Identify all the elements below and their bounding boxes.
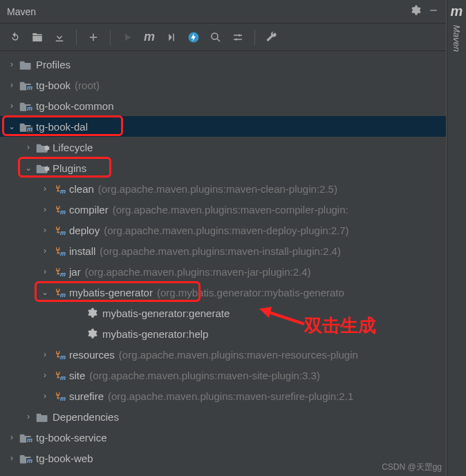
svg-marker-5 <box>259 307 272 318</box>
chevron-right-icon: › <box>6 453 18 463</box>
tree-node-plugin-clean[interactable]: › m clean (org.apache.maven.plugins:mave… <box>0 178 446 199</box>
chevron-right-icon: › <box>39 225 51 235</box>
tree-node-lifecycle[interactable]: › Lifecycle <box>0 137 446 158</box>
tree-node-profiles[interactable]: › Profiles <box>0 54 446 75</box>
tree-node-plugin-site[interactable]: › m site (org.apache.maven.plugins:maven… <box>0 365 446 385</box>
chevron-right-icon: › <box>39 370 51 380</box>
chevron-right-icon: › <box>22 412 35 421</box>
tree-node-plugin-resources[interactable]: › m resources (org.apache.maven.plugins:… <box>0 344 446 365</box>
chevron-right-icon: › <box>39 350 51 359</box>
reload-icon[interactable] <box>6 28 25 47</box>
toggle-skip-icon[interactable] <box>162 28 181 47</box>
panel-title-bar: Maven <box>0 0 446 23</box>
chevron-down-icon: ⌄ <box>6 122 18 131</box>
chevron-down-icon: ⌄ <box>22 163 35 173</box>
chevron-right-icon: › <box>22 142 35 152</box>
tree-node-plugins[interactable]: ⌄ Plugins <box>0 158 446 178</box>
add-project-icon[interactable] <box>84 28 103 47</box>
expand-collapse-icon[interactable] <box>228 28 248 47</box>
tree-node-dependencies[interactable]: › Dependencies <box>0 406 446 427</box>
maven-m-icon: m <box>451 3 463 19</box>
tree-node-tg-book-web[interactable]: › m tg-book-web <box>0 448 446 468</box>
chevron-right-icon: › <box>6 59 18 69</box>
tree-node-tg-book[interactable]: › m tg-book (root) <box>0 75 446 95</box>
tree-node-plugin-jar[interactable]: › m jar (org.apache.maven.plugins:maven-… <box>0 261 446 282</box>
svg-line-4 <box>265 311 304 324</box>
annotation-arrow-icon <box>259 307 308 327</box>
generate-sources-icon[interactable] <box>28 28 47 47</box>
chevron-right-icon: › <box>39 391 51 401</box>
chevron-right-icon: › <box>6 432 18 442</box>
chevron-down-icon: ⌄ <box>39 287 51 297</box>
chevron-right-icon: › <box>39 246 51 256</box>
tree-goal-help[interactable]: › mybatis-generator:help <box>0 323 446 344</box>
offline-mode-icon[interactable] <box>184 28 203 47</box>
tree-node-tg-book-service[interactable]: › m tg-book-service <box>0 427 446 448</box>
chevron-right-icon: › <box>6 80 18 90</box>
tree-node-plugin-install[interactable]: › m install (org.apache.maven.plugins:ma… <box>0 240 446 261</box>
maven-tree: › Profiles › m tg-book (root) › m tg-boo… <box>0 51 446 476</box>
tree-node-plugin-mybatis-generator[interactable]: ⌄ m mybatis-generator (org.mybatis.gener… <box>0 282 446 303</box>
run-icon[interactable] <box>118 28 137 47</box>
chevron-right-icon: › <box>39 267 51 276</box>
toolbar: m <box>0 23 446 51</box>
panel-title: Maven <box>7 6 36 17</box>
tree-node-plugin-deploy[interactable]: › m deploy (org.apache.maven.plugins:mav… <box>0 220 446 240</box>
tree-goal-generate[interactable]: › mybatis-generator:generate <box>0 303 446 323</box>
tree-node-plugin-compiler[interactable]: › m compiler (org.apache.maven.plugins:m… <box>0 199 446 220</box>
tree-node-tg-book-dal[interactable]: ⌄ m tg-book-dal <box>0 116 446 137</box>
maven-settings-icon[interactable] <box>262 28 281 47</box>
side-tab-maven[interactable]: m Maven <box>447 0 466 476</box>
tree-node-tg-book-common[interactable]: › m tg-book-common <box>0 95 446 116</box>
minimize-icon[interactable] <box>428 5 439 18</box>
chevron-right-icon: › <box>6 101 18 111</box>
side-tab-label: Maven <box>451 25 462 52</box>
find-icon[interactable] <box>206 28 225 47</box>
gear-icon <box>84 328 100 339</box>
download-sources-icon[interactable] <box>50 28 69 47</box>
execute-goal-icon[interactable]: m <box>140 28 159 47</box>
annotation-text: 双击生成 <box>304 314 376 338</box>
chevron-right-icon: › <box>39 184 51 193</box>
tree-node-plugin-surefire[interactable]: › m surefire (org.apache.maven.plugins:m… <box>0 385 446 406</box>
settings-icon[interactable] <box>410 5 421 18</box>
chevron-right-icon: › <box>39 204 51 214</box>
watermark: CSDN @天罡gg <box>382 461 442 473</box>
gear-icon <box>84 307 100 318</box>
